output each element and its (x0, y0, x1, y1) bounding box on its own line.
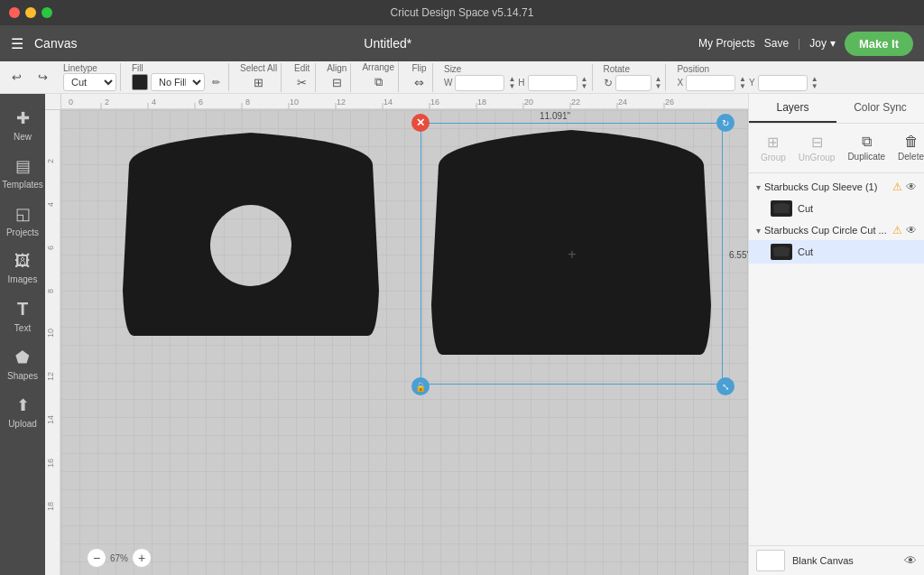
width-spinner[interactable]: ▲▼ (508, 76, 515, 90)
group-icon: ⊞ (767, 134, 779, 151)
ruler-vertical: 2 4 6 8 10 12 14 16 18 (45, 110, 61, 575)
svg-text:16: 16 (46, 459, 55, 468)
layer-group-2-header[interactable]: ▾ Starbucks Cup Circle Cut ... ⚠ 👁 (749, 220, 924, 240)
edit-button[interactable]: ✂ (292, 73, 311, 92)
canvas-label: Canvas (34, 36, 77, 51)
layer-group-1: ▾ Starbucks Cup Sleeve (1) ⚠ 👁 Cut (749, 177, 924, 220)
ungroup-button[interactable]: ⊟ UnGroup (794, 129, 840, 167)
delete-icon: 🗑 (904, 134, 919, 150)
tab-layers[interactable]: Layers (749, 94, 836, 123)
canvas-drawing-area[interactable]: ✕ ↻ 🔒 ⤡ 11.091" 6.55" + − 67% (61, 110, 748, 575)
ruler-horizontal: 0 2 4 6 8 10 12 14 16 18 20 (61, 94, 748, 110)
layer-item-1[interactable]: Cut (749, 197, 924, 220)
rotate-input[interactable]: 0 (615, 75, 651, 91)
svg-text:22: 22 (571, 97, 580, 107)
left-cup-sleeve[interactable] (116, 128, 386, 363)
linetype-group: Linetype Cut Draw Score (60, 63, 121, 91)
lock-handle[interactable]: 🔒 (411, 377, 430, 395)
eye-icon-2[interactable]: 👁 (906, 224, 917, 236)
edit-group: Edit ✂ (289, 63, 316, 92)
layer-group-1-name: Starbucks Cup Sleeve (1) (764, 181, 889, 192)
sidebar-item-upload[interactable]: ⬆ Upload (0, 388, 45, 436)
linetype-label: Linetype Cut Draw Score (63, 63, 116, 91)
color-swatch[interactable] (132, 74, 148, 90)
images-icon: 🖼 (14, 252, 31, 271)
sidebar-item-images[interactable]: 🖼 Images (0, 245, 45, 292)
svg-text:18: 18 (46, 502, 55, 511)
svg-text:4: 4 (46, 202, 55, 207)
delete-button[interactable]: 🗑 Delete (893, 129, 924, 167)
rotate-spinner[interactable]: ▲▼ (655, 76, 662, 90)
width-input[interactable]: 11.091 (455, 75, 504, 91)
svg-text:12: 12 (46, 372, 55, 381)
edit-fill-button[interactable]: ✏ (208, 74, 225, 91)
layer-item-2-name: Cut (798, 246, 813, 257)
maximize-button[interactable] (42, 7, 52, 18)
sidebar-item-new[interactable]: ✚ New (0, 101, 45, 149)
pos-y-input[interactable]: 1.475 (758, 75, 808, 91)
layer-group-1-header[interactable]: ▾ Starbucks Cup Sleeve (1) ⚠ 👁 (749, 177, 924, 197)
warning-icon-2: ⚠ (892, 224, 902, 236)
svg-text:0: 0 (69, 97, 73, 107)
make-it-button[interactable]: Make It (845, 32, 913, 56)
svg-text:16: 16 (430, 97, 439, 107)
layer-item-2[interactable]: Cut (749, 240, 924, 264)
duplicate-button[interactable]: ⧉ Duplicate (843, 129, 890, 167)
crosshair: + (568, 246, 576, 263)
projects-icon: ◱ (15, 204, 31, 224)
right-panel: Layers Color Sync ⊞ Group ⊟ UnGroup ⧉ Du… (748, 94, 924, 575)
sidebar-item-projects[interactable]: ◱ Projects (0, 197, 45, 245)
minimize-button[interactable] (25, 7, 36, 18)
left-sidebar: ✚ New ▤ Templates ◱ Projects 🖼 Images T … (0, 94, 45, 575)
sidebar-item-templates[interactable]: ▤ Templates (0, 149, 45, 197)
main-area: ✚ New ▤ Templates ◱ Projects 🖼 Images T … (0, 94, 924, 575)
sidebar-item-text[interactable]: T Text (0, 292, 45, 340)
panel-eye-button[interactable]: 👁 (904, 553, 917, 568)
layers-list: ▾ Starbucks Cup Sleeve (1) ⚠ 👁 Cut (749, 173, 924, 545)
delete-handle[interactable]: ✕ (411, 114, 430, 132)
user-menu[interactable]: Joy ▾ (809, 37, 836, 50)
svg-text:14: 14 (46, 415, 55, 424)
svg-text:18: 18 (477, 97, 486, 107)
size-group: Size W 11.091 ▲▼ H 6.55 ▲▼ (440, 64, 593, 91)
layer-group-2-name: Starbucks Cup Circle Cut ... (764, 225, 889, 236)
fill-select[interactable]: No Fill Fill (151, 73, 205, 91)
group-button[interactable]: ⊞ Group (756, 129, 790, 167)
scale-handle[interactable]: ⤡ (716, 377, 735, 395)
pos-x-spinner[interactable]: ▲▼ (739, 76, 746, 90)
pos-x-input[interactable]: 13.111 (686, 75, 735, 91)
layer-thumb-1 (771, 200, 792, 217)
arrange-button[interactable]: ⧉ (370, 72, 387, 92)
rotate-handle[interactable]: ↻ (716, 114, 735, 132)
titlebar: Cricut Design Space v5.14.71 (0, 0, 924, 25)
eye-icon-1[interactable]: 👁 (906, 181, 917, 193)
tab-color-sync[interactable]: Color Sync (836, 94, 924, 123)
svg-text:12: 12 (337, 97, 346, 107)
align-button[interactable]: ⊟ (328, 73, 346, 92)
canvas-area[interactable]: 0 2 4 6 8 10 12 14 16 18 20 (45, 94, 748, 575)
zoom-in-button[interactable]: + (132, 548, 152, 568)
sidebar-item-shapes[interactable]: ⬟ Shapes (0, 340, 45, 388)
panel-tabs: Layers Color Sync (749, 94, 924, 124)
navbar: ☰ Canvas Untitled* My Projects Save | Jo… (0, 25, 924, 61)
undo-button[interactable]: ↩ (7, 68, 26, 87)
separator: | (798, 37, 800, 50)
svg-text:20: 20 (524, 97, 533, 107)
height-input[interactable]: 6.55 (528, 75, 578, 91)
my-projects-link[interactable]: My Projects (698, 37, 755, 50)
zoom-bar: − 67% + (87, 548, 152, 568)
flip-button[interactable]: ⇔ (410, 73, 429, 92)
shapes-icon: ⬟ (15, 348, 30, 367)
linetype-select[interactable]: Cut Draw Score (63, 73, 116, 91)
height-spinner[interactable]: ▲▼ (581, 76, 588, 90)
select-all-button[interactable]: ⊞ (249, 73, 268, 92)
redo-button[interactable]: ↪ (33, 68, 52, 87)
save-button[interactable]: Save (764, 37, 789, 50)
menu-icon[interactable]: ☰ (11, 35, 23, 52)
rotate-group: Rotate ↻ 0 ▲▼ (600, 64, 667, 91)
svg-text:10: 10 (290, 97, 299, 107)
layer-item-1-name: Cut (798, 203, 813, 214)
pos-y-spinner[interactable]: ▲▼ (811, 76, 818, 90)
close-button[interactable] (9, 7, 20, 18)
zoom-out-button[interactable]: − (87, 548, 106, 568)
